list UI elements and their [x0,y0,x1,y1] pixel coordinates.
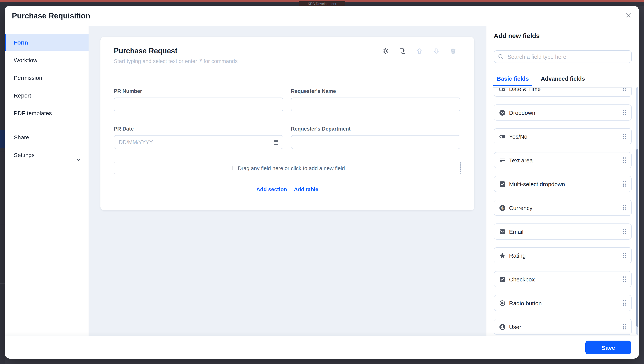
radio-icon [499,300,506,306]
arrow-up-icon [416,48,422,54]
search-icon [498,54,504,60]
text-area-icon [499,157,506,163]
save-button[interactable]: Save [585,340,631,354]
sidebar-item-label: PDF templates [14,110,52,116]
field-type-label: Yes/No [509,133,528,140]
multi-select-icon [499,181,506,187]
app-sidebar-backdrop [0,6,5,364]
field-type-email[interactable]: Email [494,224,632,240]
form-canvas: Purchase Request Start typing and select… [88,26,486,336]
field-requesters-department: Requester's Department [291,126,460,149]
drag-handle-icon[interactable] [623,110,626,115]
field-type-label: Checkbox [509,276,534,282]
screen: KPC Development Purchase Requisition For… [0,0,644,364]
field-type-currency[interactable]: $ Currency [494,200,632,216]
drag-handle-icon[interactable] [623,253,626,258]
tab-basic-fields[interactable]: Basic fields [497,72,529,86]
drag-handle-icon[interactable] [623,134,626,139]
field-type-date-time[interactable]: Date & Time [494,88,632,97]
field-type-label: Radio button [509,300,542,306]
section-move-down-button[interactable] [433,48,439,54]
section-delete-button[interactable] [450,48,456,54]
pr-number-input[interactable] [114,98,283,111]
sidebar-divider [4,125,88,125]
field-type-label: Date & Time [509,88,541,92]
field-label: PR Date [114,126,283,132]
add-table-link[interactable]: Add table [294,186,318,192]
add-field-dropzone[interactable]: Drag any field here or click to add a ne… [114,162,461,174]
backdrop-divider [0,225,5,225]
calendar-icon[interactable] [273,139,279,145]
modal-footer: Save [4,336,639,359]
field-type-rating[interactable]: Rating [494,247,632,263]
add-section-link[interactable]: Add section [256,186,287,192]
section-duplicate-button[interactable] [400,48,406,54]
sidebar-item-settings[interactable]: Settings [4,147,88,163]
modal-sidebar: Form Workflow Permission Report PDF temp… [4,26,88,336]
close-button[interactable] [624,11,633,20]
tab-advanced-fields[interactable]: Advanced fields [541,72,585,86]
drag-handle-icon[interactable] [623,229,626,234]
field-label: Requester's Name [291,89,460,94]
gear-icon [382,48,389,54]
field-pr-number: PR Number [114,89,283,111]
add-fields-panel: Add new fields Basic fields Advanced fie… [486,26,639,336]
field-type-label: Text area [509,157,533,163]
modal-body: Form Workflow Permission Report PDF temp… [4,26,639,336]
drag-handle-icon[interactable] [623,300,626,306]
drag-handle-icon[interactable] [623,324,626,329]
checkbox-icon [499,276,506,282]
section-move-up-button[interactable] [416,48,422,54]
drag-handle-icon[interactable] [623,88,626,91]
field-type-multi-select[interactable]: Multi-select dropdown [494,176,632,192]
sidebar-item-pdf-templates[interactable]: PDF templates [4,105,88,121]
purchase-requisition-modal: Purchase Requisition Form Workflow Permi… [4,6,639,359]
sidebar-item-label: Share [14,134,29,140]
drag-handle-icon[interactable] [623,276,626,282]
field-type-label: Rating [509,252,526,259]
field-type-radio-button[interactable]: Radio button [494,295,632,311]
form-section-card: Purchase Request Start typing and select… [100,37,474,210]
dropdown-icon [499,109,506,116]
requesters-department-input[interactable] [291,135,460,149]
field-type-user[interactable]: User [494,319,632,335]
rating-icon [499,252,506,259]
modal-header: Purchase Requisition [4,6,639,26]
panel-scrollbar-thumb[interactable] [636,149,638,327]
sidebar-item-label: Workflow [14,57,38,63]
field-pr-date: PR Date [114,126,283,149]
browser-tab[interactable]: KPC Development [298,1,346,6]
app-sidebar-active-item [0,130,5,148]
field-type-list: Date & Time Dropdown Y [486,88,639,336]
email-icon [499,228,506,235]
toggle-icon [499,133,506,140]
sidebar-item-report[interactable]: Report [4,87,88,104]
field-type-label: Currency [509,205,532,211]
field-search-box[interactable] [494,50,632,63]
sidebar-item-form[interactable]: Form [4,34,88,51]
sidebar-item-permission[interactable]: Permission [4,70,88,86]
field-type-yes-no[interactable]: Yes/No [494,128,632,144]
section-settings-button[interactable] [382,48,389,54]
field-type-text-area[interactable]: Text area [494,152,632,168]
field-type-label: Multi-select dropdown [509,181,565,187]
sidebar-item-workflow[interactable]: Workflow [4,52,88,68]
trash-icon [450,48,456,54]
sidebar-item-label: Form [14,39,28,46]
form-section-title[interactable]: Purchase Request [114,47,178,55]
copy-icon [400,48,406,54]
form-section-description-placeholder[interactable]: Start typing and select text or enter '/… [114,58,238,64]
date-time-icon [499,88,506,92]
pr-date-input[interactable] [114,135,283,149]
panel-title: Add new fields [494,32,540,40]
field-search-input[interactable] [507,53,628,60]
drag-handle-icon[interactable] [623,157,626,163]
requesters-name-input[interactable] [291,98,460,111]
drag-handle-icon[interactable] [623,205,626,210]
sidebar-item-share[interactable]: Share [4,129,88,145]
field-type-checkbox[interactable]: Checkbox [494,271,632,287]
drag-handle-icon[interactable] [623,181,626,187]
field-type-dropdown[interactable]: Dropdown [494,104,632,121]
chevron-down-icon [76,152,81,157]
sidebar-item-label: Permission [14,75,42,81]
